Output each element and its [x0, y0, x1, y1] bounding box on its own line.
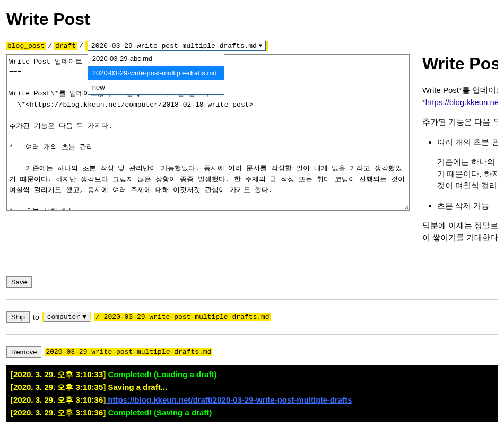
preview-paragraph: 덕분에 이제는 정말로 서버 이 쌓이기를 기대한다. [422, 220, 498, 243]
file-dropdown-value: 2020-03-29-write-post-multiple-drafts.md [91, 42, 257, 50]
console-line: [2020. 3. 29. 오후 3:10:36] https://blog.k… [11, 394, 493, 406]
console: [2020. 3. 29. 오후 3:10:33] Completed! (Lo… [6, 365, 498, 422]
dropdown-item[interactable]: new [88, 80, 224, 94]
file-dropdown-menu: 2020-03-29-abc.md2020-03-29-write-post-m… [88, 51, 224, 95]
preview-text: 덕분에 이제는 정말로 서버 [422, 221, 498, 230]
preview-paragraph: 추가된 기능은 다음 두 가 [422, 116, 498, 128]
console-timestamp: [2020. 3. 29. 오후 3:10:33] [11, 370, 106, 379]
console-line: [2020. 3. 29. 오후 3:10:35] Saving a draft… [11, 381, 493, 394]
remove-row: Remove 2020-03-29-write-post-multiple-dr… [6, 346, 498, 358]
preview-paragraph: Write Post*를 업데이트 *https://blog.kkeun.ne [422, 84, 498, 108]
breadcrumb-sep: / [79, 42, 83, 50]
breadcrumb-sep: / [48, 42, 52, 50]
console-link[interactable]: https://blog.kkeun.net/draft/2020-03-29-… [106, 395, 352, 404]
list-item: 여러 개의 초본 관리 기존에는 하나의 초 기 때문이다. 하지만 것이 며칠… [437, 136, 498, 192]
console-msg: Completed! (Saving a draft) [106, 408, 212, 417]
breadcrumb: blog_post / draft / 2020-03-29-write-pos… [6, 41, 498, 51]
console-timestamp: [2020. 3. 29. 오후 3:10:35] [11, 382, 106, 392]
console-msg: Saving a draft... [106, 382, 167, 392]
chevron-down-icon: ▼ [259, 43, 262, 49]
preview-text: 여러 개의 초본 관리 [437, 137, 498, 146]
preview-sub: 기존에는 하나의 초 기 때문이다. 하지만 것이 며칠씩 걸리기 [437, 156, 498, 192]
remove-filename: 2020-03-29-write-post-multiple-drafts.md [45, 348, 212, 356]
save-button[interactable]: Save [6, 276, 32, 288]
file-dropdown[interactable]: 2020-03-29-write-post-multiple-drafts.md… [88, 41, 266, 51]
preview-list: 여러 개의 초본 관리 기존에는 하나의 초 기 때문이다. 하지만 것이 며칠… [422, 136, 498, 212]
list-item: 초본 삭제 기능 [437, 200, 498, 212]
preview-link[interactable]: https://blog.kkeun.ne [425, 98, 498, 107]
ship-dest-select[interactable]: computer ▼ [44, 312, 90, 322]
page-title: Write Post [6, 10, 498, 29]
ship-row: Ship to computer ▼ / 2020-03-29-write-po… [6, 311, 498, 323]
chevron-down-icon: ▼ [82, 313, 86, 321]
divider [6, 334, 498, 335]
console-msg: Completed! (Loading a draft) [106, 370, 216, 379]
console-line: [2020. 3. 29. 오후 3:10:36] Completed! (Sa… [11, 406, 493, 419]
console-line: [2020. 3. 29. 오후 3:10:33] Completed! (Lo… [11, 368, 493, 381]
preview-pane: Write Post Write Post*를 업데이트 *https://bl… [422, 54, 498, 288]
console-timestamp: [2020. 3. 29. 오후 3:10:36] [11, 408, 106, 417]
preview-text: 기 때문이다. 하지만 [437, 169, 498, 178]
ship-dest-value: computer [47, 313, 80, 321]
remove-button[interactable]: Remove [6, 346, 41, 358]
preview-text: 이 쌓이기를 기대한다. [422, 233, 498, 242]
ship-filename: 2020-03-29-write-post-multiple-drafts.md [104, 313, 270, 321]
path-sep: / [95, 313, 100, 321]
preview-text: 기존에는 하나의 초 [437, 157, 498, 166]
console-timestamp: [2020. 3. 29. 오후 3:10:36] [11, 395, 106, 404]
ship-path: / 2020-03-29-write-post-multiple-drafts.… [94, 313, 271, 321]
ship-button[interactable]: Ship [6, 311, 30, 323]
dropdown-item[interactable]: 2020-03-29-write-post-multiple-drafts.md [88, 66, 224, 80]
preview-text: 것이 며칠씩 걸리기 [437, 181, 498, 190]
ship-to-label: to [33, 313, 39, 321]
breadcrumb-seg1: blog_post [6, 42, 46, 50]
preview-title: Write Post [422, 54, 498, 74]
preview-text: Write Post*를 업데이트 [422, 85, 498, 94]
breadcrumb-seg2: draft [54, 42, 77, 50]
divider [6, 299, 498, 300]
dropdown-item[interactable]: 2020-03-29-abc.md [88, 51, 224, 66]
